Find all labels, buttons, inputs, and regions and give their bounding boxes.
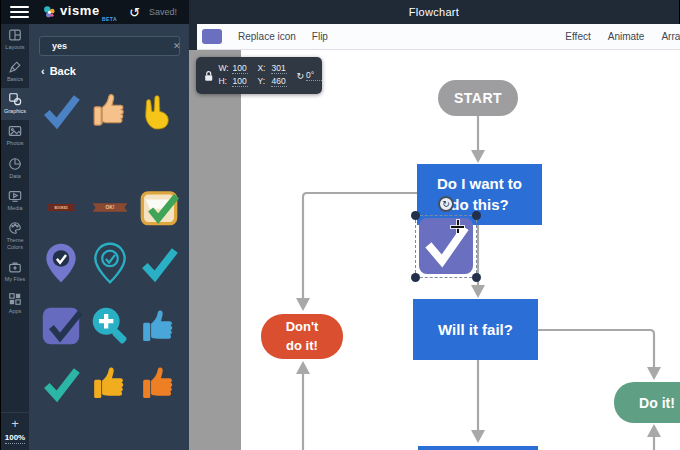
victory-hand-icon[interactable]	[139, 84, 179, 136]
sidebar-item-label: Theme Colors	[1, 237, 29, 251]
height-value[interactable]: 100	[232, 76, 248, 87]
lock-icon[interactable]	[204, 70, 213, 82]
resize-handle-bottom-right[interactable]	[472, 273, 481, 282]
basics-icon	[8, 60, 22, 74]
flowchart-node-do-it[interactable]: Do it!	[614, 382, 680, 423]
photos-icon	[8, 124, 22, 138]
location-check-pin-outline-icon[interactable]	[88, 230, 132, 296]
flip-button[interactable]: Flip	[312, 31, 328, 42]
width-value[interactable]: 100	[232, 63, 248, 74]
brand-name: visme	[60, 3, 100, 18]
rotate-handle-icon[interactable]: ↻	[438, 196, 454, 212]
sidebar-item-graphics[interactable]: Graphics	[1, 88, 29, 120]
flowchart-node-next[interactable]	[418, 446, 538, 450]
hamburger-menu-icon[interactable]	[10, 3, 29, 21]
canvas-gutter	[189, 50, 241, 450]
search-bar[interactable]: ✕	[39, 36, 180, 56]
icon-results-grid: BOOKEDOK!	[37, 84, 183, 410]
ok-banner-icon[interactable]: OK!	[92, 184, 128, 230]
sidebar-item-my-files[interactable]: My Files	[1, 256, 29, 288]
layouts-icon	[8, 28, 22, 42]
sidebar-item-photos[interactable]: Photos	[1, 120, 29, 152]
project-title[interactable]: Flowchart	[189, 0, 679, 24]
apps-icon	[8, 292, 22, 306]
rotation-value[interactable]: 0°	[306, 70, 322, 81]
clear-search-icon[interactable]: ✕	[173, 41, 181, 51]
thumbs-up-emoji-icon[interactable]	[91, 84, 129, 136]
x-value[interactable]: 301	[271, 63, 287, 74]
sidebar-item-layouts[interactable]: Layouts	[1, 24, 29, 56]
my-files-icon	[8, 260, 22, 274]
resize-handle-bottom-left[interactable]	[411, 273, 420, 282]
zoom-level[interactable]: 100%	[5, 433, 25, 444]
thumbs-up-yellow-icon[interactable]	[91, 356, 129, 410]
y-value[interactable]: 460	[271, 76, 287, 87]
selected-checkmark-icon[interactable]	[419, 218, 473, 274]
checkmark-blue-icon[interactable]	[41, 84, 81, 136]
sidebar-item-label: Layouts	[5, 44, 24, 51]
hand-outline-icon[interactable]	[92, 136, 128, 184]
theme-colors-icon	[8, 221, 22, 235]
graphics-icon	[8, 92, 22, 106]
toolbar-spacer	[189, 24, 197, 50]
sidebar-item-label: Data	[9, 173, 21, 180]
sidebar-rail: LayoutsBasicsGraphicsPhotosDataMediaThem…	[1, 24, 29, 450]
back-button[interactable]: ‹Back	[41, 65, 76, 77]
location-check-pin-icon[interactable]	[39, 230, 83, 296]
sidebar-item-label: Basics	[7, 76, 23, 83]
resize-handle-top-right[interactable]	[472, 211, 481, 220]
sidebar-item-label: Media	[8, 205, 23, 212]
flowchart-node-dont-do-it[interactable]: Don't do it!	[261, 314, 343, 359]
animate-button[interactable]: Animate	[608, 31, 645, 42]
sidebar-item-label: Graphics	[4, 108, 26, 115]
width-label: W:	[218, 63, 232, 73]
undo-icon[interactable]: ↺	[129, 5, 140, 20]
save-status: Saved!	[149, 7, 177, 17]
resize-handle-top-left[interactable]	[411, 211, 420, 220]
sidebar-item-media[interactable]: Media	[1, 185, 29, 217]
sidebar-item-data[interactable]: Data	[1, 153, 29, 185]
sidebar-item-label: Apps	[9, 308, 22, 315]
sidebar-item-label: Photos	[6, 140, 23, 147]
data-icon	[8, 157, 22, 171]
zoom-plus-icon[interactable]	[87, 296, 133, 356]
media-icon	[8, 189, 22, 203]
checkmark-teal-icon[interactable]	[139, 230, 179, 296]
svg-text:OK!: OK!	[106, 205, 115, 210]
visme-editor-window: visme BETA ↺ Saved! Flowchart Replace ic…	[0, 0, 680, 450]
thumbs-up-blue-icon[interactable]	[140, 296, 178, 356]
sidebar-item-theme-colors[interactable]: Theme Colors	[1, 217, 29, 256]
replace-icon-button[interactable]: Replace icon	[238, 31, 296, 42]
beta-badge: BETA	[102, 16, 117, 22]
square-checkmark-icon[interactable]	[38, 296, 84, 356]
sidebar-item-basics[interactable]: Basics	[1, 56, 29, 88]
visme-pinwheel-icon	[42, 5, 57, 20]
top-bar: visme BETA ↺ Saved! Flowchart	[1, 0, 679, 24]
sidebar-item-label: My Files	[5, 276, 25, 283]
checkmark-green-icon[interactable]	[41, 356, 81, 410]
dimensions-popover: W: 100 H: 100 X: 301 Y: 460 ↻ 0°	[196, 57, 322, 94]
canvas-page[interactable]: START Do I want to do this? Will it fail…	[241, 50, 680, 450]
thumbs-up-outline-icon[interactable]	[140, 136, 178, 184]
zoom-in-icon[interactable]: +	[11, 418, 19, 430]
thumbs-up-orange-icon[interactable]	[140, 356, 178, 410]
chevron-left-icon: ‹	[41, 65, 45, 77]
zoom-control: + 100%	[1, 412, 29, 450]
search-input[interactable]	[52, 41, 173, 51]
icon-color-swatch[interactable]	[202, 29, 222, 44]
checkbox-checked-icon[interactable]	[139, 184, 179, 230]
arrange-button[interactable]: Arrange	[661, 31, 680, 42]
x-label: X:	[257, 63, 271, 73]
sidebar-item-apps[interactable]: Apps	[1, 288, 29, 320]
rotation-icon[interactable]: ↻	[296, 71, 304, 81]
height-label: H:	[218, 76, 232, 86]
flowchart-node-start[interactable]: START	[438, 80, 518, 116]
flowchart-node-question2[interactable]: Will it fail?	[413, 299, 538, 360]
svg-text:BOOKED: BOOKED	[55, 206, 69, 210]
booked-banner-icon[interactable]: BOOKED	[46, 184, 76, 230]
context-toolbar: Replace icon Flip Effect Animate Arrange	[197, 24, 680, 50]
top-bar-left: visme BETA ↺ Saved!	[1, 0, 189, 24]
visme-logo[interactable]: visme BETA	[42, 3, 117, 22]
effect-button[interactable]: Effect	[565, 31, 590, 42]
thumbs-outline-pair-icon[interactable]	[39, 136, 83, 184]
